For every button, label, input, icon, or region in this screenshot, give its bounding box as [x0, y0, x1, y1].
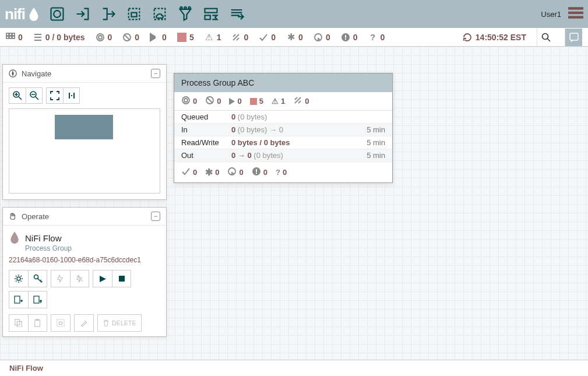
stop-icon	[250, 98, 257, 105]
warning-icon: ⚠	[272, 97, 279, 106]
pg-queued-row: Queued 0 (0 bytes)	[174, 111, 392, 124]
svg-rect-16	[9, 36, 12, 38]
enable-button[interactable]	[51, 270, 70, 287]
add-processor-button[interactable]	[45, 3, 69, 24]
transmitting-count: 0	[96, 33, 112, 42]
birdseye-component	[55, 115, 113, 139]
svg-rect-10	[568, 12, 583, 14]
compass-icon	[9, 69, 17, 78]
create-template-button[interactable]	[9, 291, 28, 308]
stop-button[interactable]	[112, 270, 131, 287]
disabled-count: 0	[231, 33, 248, 42]
svg-rect-8	[205, 15, 210, 19]
configure-button[interactable]	[9, 270, 28, 287]
operate-title: Operate	[22, 212, 49, 221]
operate-component-type: Process Group	[25, 244, 160, 252]
group-button[interactable]	[51, 315, 70, 331]
locally-modified-count: ✱0	[286, 33, 303, 42]
sync-failure-count: 0	[341, 33, 358, 42]
start-button[interactable]	[93, 270, 112, 287]
svg-rect-47	[256, 173, 257, 174]
svg-point-4	[180, 7, 182, 9]
play-icon	[229, 98, 235, 105]
birdseye-view[interactable]	[9, 108, 160, 194]
svg-point-18	[97, 34, 104, 41]
hand-icon	[9, 212, 17, 220]
last-refresh-time: 14:50:52 EST	[463, 33, 526, 42]
svg-point-19	[98, 36, 102, 39]
operate-component-uuid: 22164a68-0160-1000-e68d-a75c6dccdec1	[9, 256, 160, 264]
zoom-fit-button[interactable]	[47, 88, 63, 103]
stopped-count: 5	[177, 33, 194, 42]
svg-rect-26	[570, 33, 578, 40]
svg-rect-39	[57, 319, 64, 326]
pg-out-row: Out 0 → 0 (0 bytes) 5 min	[174, 149, 392, 162]
add-remote-process-group-button[interactable]	[147, 3, 172, 24]
svg-point-5	[184, 7, 186, 9]
change-color-button[interactable]	[75, 315, 93, 331]
svg-rect-9	[568, 7, 583, 9]
svg-point-42	[184, 99, 188, 102]
access-policies-button[interactable]	[28, 270, 47, 287]
svg-point-6	[188, 7, 191, 9]
pg-rw-row: Read/Write 0 bytes / 0 bytes 5 min	[174, 136, 392, 149]
refresh-icon	[463, 33, 472, 42]
add-input-port-button[interactable]	[71, 3, 95, 24]
search-button[interactable]	[537, 29, 554, 46]
navigate-title: Navigate	[22, 69, 51, 78]
top-toolbar: nifi User1	[0, 0, 588, 28]
delete-button[interactable]: DELETE	[98, 315, 141, 331]
svg-rect-33	[15, 296, 20, 303]
total-queued-count: 0 / 0 bytes	[33, 33, 85, 42]
running-count: 0	[150, 33, 167, 42]
svg-rect-1	[129, 9, 140, 20]
status-bar: 0 0 / 0 bytes 0 0 0 5 ⚠1 0 0 ✱0 0 0 ?0 1…	[0, 28, 588, 47]
svg-rect-46	[256, 169, 257, 172]
svg-rect-12	[6, 33, 9, 36]
add-label-button[interactable]	[224, 3, 249, 24]
collapse-navigate-button[interactable]: −	[151, 69, 160, 78]
add-funnel-button[interactable]	[173, 3, 198, 24]
paste-button[interactable]	[28, 315, 47, 331]
svg-rect-11	[568, 16, 583, 18]
breadcrumb[interactable]: NiFi Flow	[0, 360, 588, 376]
navigate-panel: Navigate −	[2, 64, 167, 200]
svg-rect-34	[34, 296, 39, 303]
global-menu-button[interactable]	[568, 6, 583, 22]
process-group-component[interactable]: Process Group ABC 0 0 0 5 ⚠1 0 Queued 0 …	[174, 73, 393, 183]
nifi-logo: nifi	[5, 5, 41, 23]
zoom-actual-button[interactable]	[63, 88, 79, 103]
svg-rect-15	[6, 36, 9, 38]
collapse-operate-button[interactable]: −	[151, 212, 160, 221]
warning-icon: ⚠	[205, 33, 214, 42]
svg-point-31	[34, 275, 38, 279]
svg-rect-0	[51, 8, 64, 20]
user-label: User1	[541, 10, 561, 19]
flow-canvas[interactable]: Navigate − Operate − NiFi Flow	[0, 47, 588, 360]
up-to-date-count: 0	[259, 33, 276, 42]
stale-count: 0	[314, 33, 330, 42]
stop-icon	[177, 33, 186, 42]
svg-point-41	[182, 97, 189, 104]
add-template-button[interactable]	[199, 3, 223, 24]
drop-icon	[9, 230, 20, 245]
add-process-group-button[interactable]	[122, 3, 146, 24]
play-icon	[150, 33, 159, 42]
upload-template-button[interactable]	[28, 291, 47, 308]
not-transmitting-count: 0	[122, 33, 139, 42]
zoom-out-button[interactable]	[26, 88, 42, 103]
svg-rect-14	[12, 33, 15, 36]
svg-rect-40	[59, 322, 62, 324]
operate-panel: Operate − NiFi Flow Process Group 22164a…	[2, 207, 167, 337]
active-threads-count: 0	[6, 33, 23, 42]
svg-rect-17	[12, 36, 15, 38]
invalid-count: ⚠1	[205, 33, 221, 42]
add-output-port-button[interactable]	[96, 3, 121, 24]
disable-button[interactable]	[70, 270, 89, 287]
svg-rect-7	[205, 9, 217, 13]
process-group-version-strip: 0 ✱0 0 0 ?0	[174, 162, 392, 182]
svg-rect-2	[131, 13, 136, 17]
zoom-in-button[interactable]	[9, 88, 26, 103]
copy-button[interactable]	[9, 315, 28, 331]
bulletin-board-button[interactable]	[565, 29, 582, 46]
